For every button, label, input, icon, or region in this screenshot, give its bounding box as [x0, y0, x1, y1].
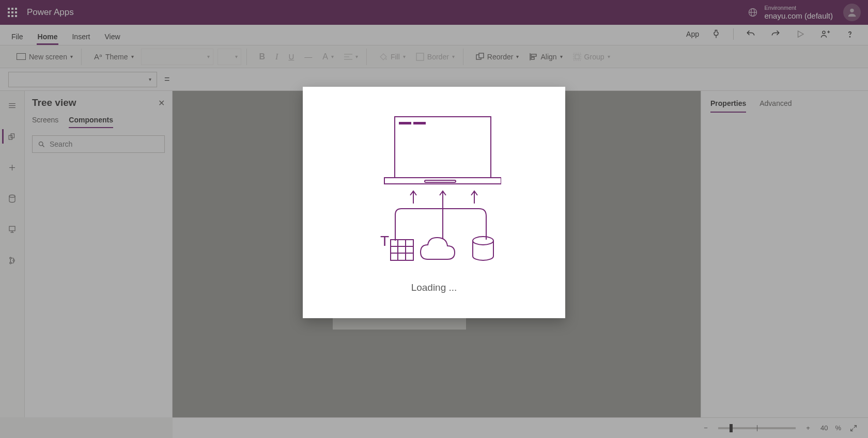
svg-rect-52: [425, 180, 456, 182]
loading-text: Loading ...: [411, 282, 457, 293]
svg-rect-58: [391, 240, 413, 260]
svg-text:T: T: [380, 233, 389, 249]
loading-illustration-icon: T: [367, 112, 501, 267]
svg-rect-49: [413, 122, 426, 124]
modal-overlay: T Loading ...: [0, 0, 868, 438]
svg-rect-48: [399, 122, 411, 124]
svg-point-63: [473, 237, 493, 245]
svg-rect-47: [395, 117, 491, 178]
loading-dialog: T Loading ...: [303, 87, 565, 318]
